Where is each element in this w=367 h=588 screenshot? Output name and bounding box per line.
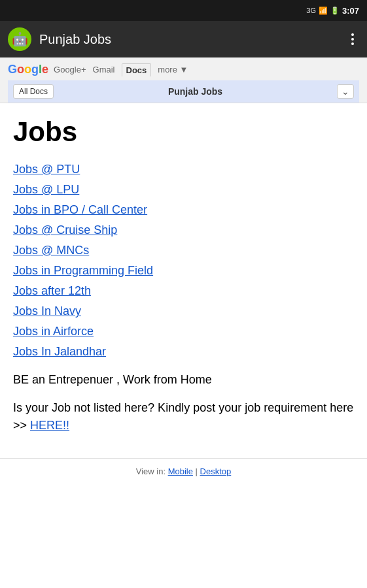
list-item: Jobs in Airforce [13, 323, 354, 340]
docs-center-title: Punjab Jobs [58, 86, 333, 97]
jobs-ptu-link[interactable]: Jobs @ PTU [13, 163, 80, 176]
google-nav: Google Google+ Gmail Docs more ▼ [8, 63, 359, 76]
separator: | [193, 466, 200, 476]
jobs-programming-link[interactable]: Jobs in Programming Field [13, 264, 153, 277]
logo-G: G [8, 63, 17, 76]
signal-icon: 3G [306, 7, 316, 14]
jobs-bpo-link[interactable]: Jobs in BPO / Call Center [13, 203, 147, 216]
status-bar: 3G 📶 🔋 3:07 [0, 0, 367, 21]
dot3 [351, 42, 354, 45]
dot1 [351, 33, 354, 36]
dot2 [351, 38, 354, 41]
status-icons: 3G 📶 🔋 3:07 [306, 6, 359, 16]
page-heading: Jobs [13, 116, 354, 148]
list-item: Jobs in BPO / Call Center [13, 201, 354, 219]
here-link[interactable]: HERE!! [30, 419, 69, 432]
battery-icon: 🔋 [330, 7, 340, 15]
google-bar: Google Google+ Gmail Docs more ▼ All Doc… [0, 57, 367, 103]
logo-o1: o [17, 63, 24, 76]
app-title: Punjab Jobs [39, 32, 338, 47]
nav-googleplus[interactable]: Google+ [54, 65, 86, 74]
all-docs-button[interactable]: All Docs [13, 84, 54, 99]
app-bar: 🤖 Punjab Jobs [0, 21, 367, 57]
mobile-link[interactable]: Mobile [168, 466, 193, 476]
logo-e: e [42, 63, 48, 76]
app-icon-emoji: 🤖 [12, 31, 28, 47]
nav-more[interactable]: more ▼ [158, 65, 188, 74]
view-in-label: View in: [136, 466, 168, 476]
jobs-lpu-link[interactable]: Jobs @ LPU [13, 183, 79, 196]
list-item: Jobs In Navy [13, 302, 354, 320]
list-item: Jobs in Programming Field [13, 262, 354, 280]
time-display: 3:07 [342, 6, 359, 16]
logo-o2: o [24, 63, 31, 76]
content-area: Google Google+ Gmail Docs more ▼ All Doc… [0, 57, 367, 588]
jobs-after12-link[interactable]: Jobs after 12th [13, 284, 91, 297]
jobs-navy-link[interactable]: Jobs In Navy [13, 304, 81, 318]
list-item: Jobs @ Cruise Ship [13, 221, 354, 239]
list-item: Jobs @ PTU [13, 161, 354, 178]
jobs-jalandhar-link[interactable]: Jobs In Jalandhar [13, 345, 106, 358]
signal-bars: 📶 [319, 7, 328, 15]
logo-g: g [31, 63, 39, 76]
google-logo: Google [8, 63, 48, 76]
jobs-cruise-link[interactable]: Jobs @ Cruise Ship [13, 223, 117, 237]
docs-toolbar: All Docs Punjab Jobs ⌄ [8, 80, 359, 103]
list-item: Jobs In Jalandhar [13, 343, 354, 361]
jobs-mncs-link[interactable]: Jobs @ MNCs [13, 244, 89, 257]
jobs-airforce-link[interactable]: Jobs in Airforce [13, 325, 94, 338]
nav-docs[interactable]: Docs [122, 63, 152, 76]
jobs-list: Jobs @ PTU Jobs @ LPU Jobs in BPO / Call… [13, 161, 354, 361]
nav-gmail[interactable]: Gmail [93, 65, 115, 74]
list-item: Jobs @ MNCs [13, 242, 354, 259]
entrepreneur-text: BE an Entrepenuer , Work from Home [13, 371, 354, 389]
list-item: Jobs after 12th [13, 282, 354, 300]
doc-footer: View in: Mobile | Desktop [0, 458, 367, 484]
docs-arrow-button[interactable]: ⌄ [337, 84, 354, 99]
inquiry-paragraph: Is your Job not listed here? Kindly post… [13, 399, 354, 434]
desktop-link[interactable]: Desktop [200, 466, 232, 476]
list-item: Jobs @ LPU [13, 181, 354, 199]
overflow-menu-button[interactable] [346, 31, 359, 48]
document-content: Jobs Jobs @ PTU Jobs @ LPU Jobs in BPO /… [0, 103, 367, 458]
app-icon: 🤖 [8, 27, 31, 51]
